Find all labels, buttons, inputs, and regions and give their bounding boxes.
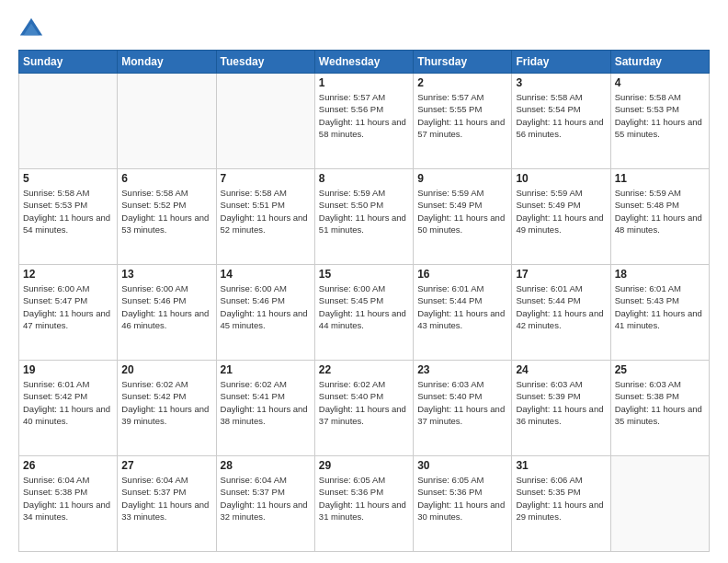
day-info: Sunrise: 5:58 AMSunset: 5:53 PMDaylight:…	[23, 187, 113, 236]
day-info: Sunrise: 5:59 AMSunset: 5:49 PMDaylight:…	[516, 187, 606, 236]
day-number: 25	[615, 363, 705, 376]
day-number: 21	[221, 363, 311, 376]
calendar-cell: 11Sunrise: 5:59 AMSunset: 5:48 PMDayligh…	[610, 169, 709, 265]
day-info: Sunrise: 6:01 AMSunset: 5:43 PMDaylight:…	[615, 282, 705, 331]
day-number: 10	[516, 172, 606, 185]
day-number: 23	[417, 363, 507, 376]
day-number: 24	[516, 363, 606, 376]
calendar-cell: 30Sunrise: 6:05 AMSunset: 5:36 PMDayligh…	[414, 456, 512, 552]
calendar-cell: 1Sunrise: 5:57 AMSunset: 5:56 PMDaylight…	[314, 74, 413, 169]
day-info: Sunrise: 6:02 AMSunset: 5:41 PMDaylight:…	[221, 378, 311, 427]
day-info: Sunrise: 6:02 AMSunset: 5:42 PMDaylight:…	[121, 378, 211, 427]
calendar-week-3: 19Sunrise: 6:01 AMSunset: 5:42 PMDayligh…	[19, 361, 710, 456]
day-number: 18	[615, 268, 705, 281]
day-header-thursday: Thursday	[414, 51, 512, 74]
calendar-cell	[216, 74, 314, 169]
calendar-cell: 4Sunrise: 5:58 AMSunset: 5:53 PMDaylight…	[610, 74, 709, 169]
day-info: Sunrise: 5:59 AMSunset: 5:49 PMDaylight:…	[417, 187, 507, 236]
day-number: 1	[319, 76, 409, 89]
day-info: Sunrise: 5:59 AMSunset: 5:50 PMDaylight:…	[319, 187, 409, 236]
day-number: 4	[615, 76, 705, 89]
day-number: 27	[121, 459, 211, 472]
day-number: 3	[516, 76, 606, 89]
calendar-cell: 13Sunrise: 6:00 AMSunset: 5:46 PMDayligh…	[118, 265, 216, 361]
day-info: Sunrise: 6:04 AMSunset: 5:37 PMDaylight:…	[221, 474, 311, 523]
day-number: 31	[516, 459, 606, 472]
day-header-friday: Friday	[512, 51, 610, 74]
day-info: Sunrise: 6:03 AMSunset: 5:39 PMDaylight:…	[516, 378, 606, 427]
day-info: Sunrise: 6:00 AMSunset: 5:46 PMDaylight:…	[121, 282, 211, 331]
day-number: 13	[121, 268, 211, 281]
calendar-cell: 2Sunrise: 5:57 AMSunset: 5:55 PMDaylight…	[414, 74, 512, 169]
day-number: 30	[417, 459, 507, 472]
day-number: 16	[417, 268, 507, 281]
calendar-cell: 28Sunrise: 6:04 AMSunset: 5:37 PMDayligh…	[216, 456, 314, 552]
calendar-cell: 25Sunrise: 6:03 AMSunset: 5:38 PMDayligh…	[610, 361, 709, 456]
day-info: Sunrise: 6:01 AMSunset: 5:42 PMDaylight:…	[23, 378, 113, 427]
calendar-cell: 19Sunrise: 6:01 AMSunset: 5:42 PMDayligh…	[19, 361, 118, 456]
day-number: 5	[23, 172, 113, 185]
logo-icon	[18, 17, 44, 42]
calendar-cell: 20Sunrise: 6:02 AMSunset: 5:42 PMDayligh…	[118, 361, 216, 456]
calendar-cell: 27Sunrise: 6:04 AMSunset: 5:37 PMDayligh…	[118, 456, 216, 552]
day-info: Sunrise: 6:04 AMSunset: 5:38 PMDaylight:…	[23, 474, 113, 523]
calendar-cell: 14Sunrise: 6:00 AMSunset: 5:46 PMDayligh…	[216, 265, 314, 361]
calendar-week-4: 26Sunrise: 6:04 AMSunset: 5:38 PMDayligh…	[19, 456, 710, 552]
calendar-week-2: 12Sunrise: 6:00 AMSunset: 5:47 PMDayligh…	[19, 265, 710, 361]
day-number: 14	[221, 268, 311, 281]
day-header-tuesday: Tuesday	[216, 51, 314, 74]
day-info: Sunrise: 5:58 AMSunset: 5:52 PMDaylight:…	[121, 187, 211, 236]
day-number: 17	[516, 268, 606, 281]
day-info: Sunrise: 6:00 AMSunset: 5:46 PMDaylight:…	[221, 282, 311, 331]
day-number: 22	[319, 363, 409, 376]
day-info: Sunrise: 6:03 AMSunset: 5:38 PMDaylight:…	[615, 378, 705, 427]
calendar-cell: 18Sunrise: 6:01 AMSunset: 5:43 PMDayligh…	[610, 265, 709, 361]
calendar-cell: 24Sunrise: 6:03 AMSunset: 5:39 PMDayligh…	[512, 361, 610, 456]
calendar-cell: 15Sunrise: 6:00 AMSunset: 5:45 PMDayligh…	[314, 265, 413, 361]
day-number: 8	[319, 172, 409, 185]
day-info: Sunrise: 6:00 AMSunset: 5:47 PMDaylight:…	[23, 282, 113, 331]
calendar-cell: 10Sunrise: 5:59 AMSunset: 5:49 PMDayligh…	[512, 169, 610, 265]
calendar-cell: 9Sunrise: 5:59 AMSunset: 5:49 PMDaylight…	[414, 169, 512, 265]
day-header-monday: Monday	[118, 51, 216, 74]
calendar-cell: 26Sunrise: 6:04 AMSunset: 5:38 PMDayligh…	[19, 456, 118, 552]
calendar-cell	[610, 456, 709, 552]
day-info: Sunrise: 5:58 AMSunset: 5:51 PMDaylight:…	[221, 187, 311, 236]
day-number: 28	[221, 459, 311, 472]
day-number: 12	[23, 268, 113, 281]
calendar-header-row: SundayMondayTuesdayWednesdayThursdayFrid…	[19, 51, 710, 74]
day-info: Sunrise: 6:01 AMSunset: 5:44 PMDaylight:…	[516, 282, 606, 331]
day-number: 11	[615, 172, 705, 185]
day-number: 7	[221, 172, 311, 185]
day-header-wednesday: Wednesday	[314, 51, 413, 74]
header	[18, 17, 710, 42]
day-number: 26	[23, 459, 113, 472]
day-info: Sunrise: 6:03 AMSunset: 5:40 PMDaylight:…	[417, 378, 507, 427]
calendar-table: SundayMondayTuesdayWednesdayThursdayFrid…	[18, 50, 710, 552]
calendar-cell	[118, 74, 216, 169]
calendar-cell: 31Sunrise: 6:06 AMSunset: 5:35 PMDayligh…	[512, 456, 610, 552]
calendar-cell: 29Sunrise: 6:05 AMSunset: 5:36 PMDayligh…	[314, 456, 413, 552]
calendar-cell: 17Sunrise: 6:01 AMSunset: 5:44 PMDayligh…	[512, 265, 610, 361]
calendar-cell: 12Sunrise: 6:00 AMSunset: 5:47 PMDayligh…	[19, 265, 118, 361]
calendar-cell: 3Sunrise: 5:58 AMSunset: 5:54 PMDaylight…	[512, 74, 610, 169]
day-info: Sunrise: 5:58 AMSunset: 5:54 PMDaylight:…	[516, 91, 606, 140]
day-info: Sunrise: 6:04 AMSunset: 5:37 PMDaylight:…	[121, 474, 211, 523]
day-number: 9	[417, 172, 507, 185]
day-info: Sunrise: 6:05 AMSunset: 5:36 PMDaylight:…	[319, 474, 409, 523]
day-info: Sunrise: 6:05 AMSunset: 5:36 PMDaylight:…	[417, 474, 507, 523]
calendar-cell: 23Sunrise: 6:03 AMSunset: 5:40 PMDayligh…	[414, 361, 512, 456]
day-number: 29	[319, 459, 409, 472]
logo	[18, 17, 48, 42]
day-number: 2	[417, 76, 507, 89]
day-info: Sunrise: 6:01 AMSunset: 5:44 PMDaylight:…	[417, 282, 507, 331]
calendar-cell: 8Sunrise: 5:59 AMSunset: 5:50 PMDaylight…	[314, 169, 413, 265]
day-info: Sunrise: 5:58 AMSunset: 5:53 PMDaylight:…	[615, 91, 705, 140]
calendar-week-0: 1Sunrise: 5:57 AMSunset: 5:56 PMDaylight…	[19, 74, 710, 169]
day-number: 19	[23, 363, 113, 376]
day-number: 20	[121, 363, 211, 376]
day-info: Sunrise: 6:00 AMSunset: 5:45 PMDaylight:…	[319, 282, 409, 331]
day-info: Sunrise: 6:02 AMSunset: 5:40 PMDaylight:…	[319, 378, 409, 427]
day-info: Sunrise: 5:57 AMSunset: 5:55 PMDaylight:…	[417, 91, 507, 140]
page: SundayMondayTuesdayWednesdayThursdayFrid…	[0, 0, 728, 563]
